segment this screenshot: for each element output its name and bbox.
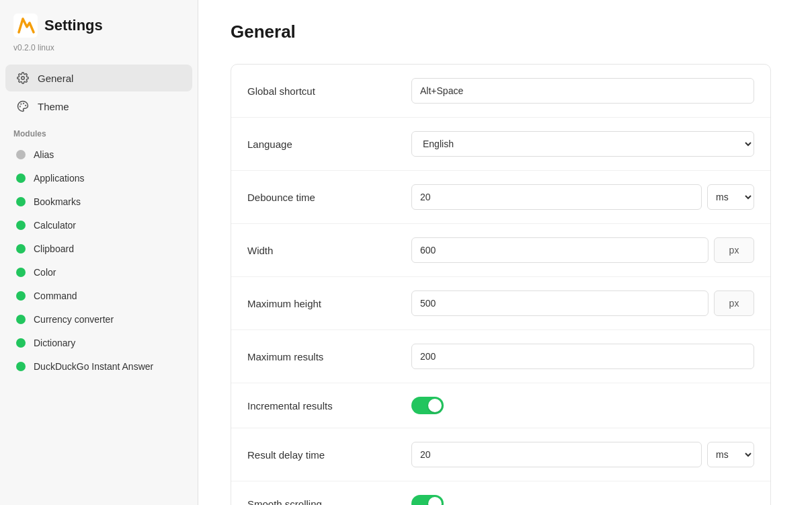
control-width: px <box>411 237 754 263</box>
module-status-dot-calculator <box>16 221 26 230</box>
module-status-dot-duckduckgo <box>16 362 26 371</box>
module-item-duckduckgo[interactable]: DuckDuckGo Instant Answer <box>5 355 192 378</box>
version-label: v0.2.0 linux <box>0 43 198 63</box>
control-language: English <box>411 131 754 157</box>
unit-label-maximum-height: px <box>714 290 754 316</box>
modules-list: Alias Applications Bookmarks Calculator … <box>0 143 198 379</box>
label-maximum-height: Maximum height <box>247 298 395 309</box>
module-item-clipboard[interactable]: Clipboard <box>5 237 192 260</box>
svg-point-2 <box>24 104 24 104</box>
label-width: Width <box>247 245 395 256</box>
module-status-dot-dictionary <box>16 338 26 348</box>
module-item-applications[interactable]: Applications <box>5 167 192 190</box>
module-label-clipboard: Clipboard <box>34 243 74 254</box>
module-item-bookmarks[interactable]: Bookmarks <box>5 190 192 213</box>
control-maximum-height: px <box>411 290 754 316</box>
input-maximum-height[interactable] <box>411 290 708 316</box>
label-debounce-time: Debounce time <box>247 192 395 203</box>
module-label-dictionary: Dictionary <box>34 338 75 348</box>
setting-row-language: Language English <box>231 118 770 171</box>
main-nav: General Theme <box>0 63 198 121</box>
svg-point-4 <box>21 104 22 104</box>
main-content: General Global shortcut Language English <box>198 0 812 505</box>
toggle-track-incremental <box>411 397 444 414</box>
control-incremental-results <box>411 397 754 414</box>
module-label-applications: Applications <box>34 173 85 184</box>
label-global-shortcut: Global shortcut <box>247 85 395 97</box>
module-label-duckduckgo: DuckDuckGo Instant Answer <box>34 361 153 372</box>
unit-label-width: px <box>714 237 754 263</box>
setting-row-maximum-results: Maximum results <box>231 330 770 383</box>
module-item-command[interactable]: Command <box>5 284 192 307</box>
setting-row-global-shortcut: Global shortcut <box>231 65 770 118</box>
module-label-currency-converter: Currency converter <box>34 314 114 325</box>
control-maximum-results <box>411 344 754 369</box>
module-item-currency-converter[interactable]: Currency converter <box>5 308 192 331</box>
gear-icon <box>16 71 30 85</box>
module-label-bookmarks: Bookmarks <box>34 196 81 207</box>
module-item-alias[interactable]: Alias <box>5 143 192 166</box>
svg-point-1 <box>22 77 25 80</box>
input-debounce-time[interactable] <box>411 184 702 210</box>
toggle-thumb-smooth <box>428 497 442 505</box>
control-global-shortcut <box>411 78 754 104</box>
setting-row-incremental-results: Incremental results <box>231 383 770 428</box>
control-result-delay-time: ms s <box>411 442 754 467</box>
page-title: General <box>231 22 771 42</box>
module-label-alias: Alias <box>34 149 54 160</box>
toggle-thumb-incremental <box>428 399 442 412</box>
modules-section-header: Modules <box>0 121 198 143</box>
app-header: Settings <box>0 0 198 43</box>
module-status-dot-color <box>16 268 26 277</box>
nav-item-general[interactable]: General <box>5 65 192 91</box>
module-label-calculator: Calculator <box>34 220 76 231</box>
input-width[interactable] <box>411 237 708 263</box>
label-smooth-scrolling: Smooth scrolling <box>247 498 395 506</box>
label-incremental-results: Incremental results <box>247 400 395 412</box>
svg-point-3 <box>26 106 26 106</box>
sidebar: Settings v0.2.0 linux General <box>0 0 198 505</box>
module-status-dot-applications <box>16 173 26 183</box>
setting-row-smooth-scrolling: Smooth scrolling <box>231 481 770 505</box>
palette-icon <box>16 100 30 113</box>
unit-select-result-delay[interactable]: ms s <box>707 442 754 467</box>
setting-row-debounce-time: Debounce time ms s <box>231 171 770 224</box>
app-title: Settings <box>44 17 103 34</box>
nav-label-general: General <box>38 73 73 84</box>
module-status-dot-alias <box>16 150 26 159</box>
setting-row-result-delay-time: Result delay time ms s <box>231 428 770 481</box>
input-global-shortcut[interactable] <box>411 78 754 104</box>
nav-item-theme[interactable]: Theme <box>5 93 192 120</box>
toggle-incremental-results[interactable] <box>411 397 444 414</box>
toggle-track-smooth <box>411 495 444 505</box>
module-status-dot-bookmarks <box>16 197 26 206</box>
nav-label-theme: Theme <box>38 101 69 112</box>
select-language[interactable]: English <box>411 131 754 157</box>
module-label-color: Color <box>34 267 56 278</box>
settings-section: Global shortcut Language English Debounc… <box>231 64 771 505</box>
setting-row-maximum-height: Maximum height px <box>231 277 770 330</box>
app-logo <box>13 13 38 38</box>
module-status-dot-clipboard <box>16 244 26 254</box>
label-language: Language <box>247 139 395 150</box>
svg-point-5 <box>20 106 21 107</box>
module-item-calculator[interactable]: Calculator <box>5 214 192 237</box>
label-maximum-results: Maximum results <box>247 351 395 362</box>
control-debounce-time: ms s <box>411 184 754 210</box>
control-smooth-scrolling <box>411 495 754 505</box>
toggle-smooth-scrolling[interactable] <box>411 495 444 505</box>
module-label-command: Command <box>34 290 77 301</box>
input-maximum-results[interactable] <box>411 344 754 369</box>
setting-row-width: Width px <box>231 224 770 277</box>
unit-select-debounce[interactable]: ms s <box>707 184 754 210</box>
input-result-delay-time[interactable] <box>411 442 702 467</box>
label-result-delay-time: Result delay time <box>247 449 395 461</box>
module-item-color[interactable]: Color <box>5 261 192 284</box>
module-item-dictionary[interactable]: Dictionary <box>5 332 192 354</box>
module-status-dot-currency-converter <box>16 315 26 324</box>
module-status-dot-command <box>16 291 26 301</box>
